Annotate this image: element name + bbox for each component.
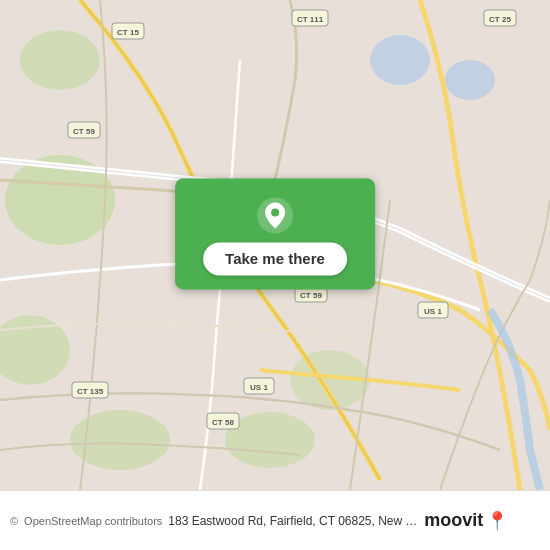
svg-point-5 bbox=[370, 35, 430, 85]
map-container[interactable]: CT 111 CT 15 CT 25 CT 59 CT 59 US 1 US 1… bbox=[0, 0, 550, 490]
svg-text:CT 111: CT 111 bbox=[297, 15, 324, 24]
bottom-bar: © OpenStreetMap contributors 183 Eastwoo… bbox=[0, 490, 550, 550]
popup-overlay: Take me there bbox=[175, 178, 375, 289]
svg-text:CT 135: CT 135 bbox=[77, 387, 104, 396]
svg-point-7 bbox=[20, 30, 100, 90]
svg-text:CT 15: CT 15 bbox=[117, 28, 139, 37]
copyright-icon: © bbox=[10, 515, 18, 527]
moovit-pin-emoji: 📍 bbox=[486, 510, 508, 532]
svg-text:CT 58: CT 58 bbox=[212, 418, 234, 427]
svg-text:US 1: US 1 bbox=[250, 383, 268, 392]
take-me-there-button[interactable]: Take me there bbox=[203, 242, 347, 275]
svg-point-6 bbox=[445, 60, 495, 100]
moovit-logo: moovit📍 bbox=[424, 510, 508, 532]
location-pin-icon bbox=[256, 196, 294, 234]
green-box: Take me there bbox=[175, 178, 375, 289]
copyright-text: OpenStreetMap contributors bbox=[24, 515, 162, 527]
address-text: 183 Eastwood Rd, Fairfield, CT 06825, Ne… bbox=[168, 514, 418, 528]
svg-text:CT 25: CT 25 bbox=[489, 15, 511, 24]
svg-text:CT 59: CT 59 bbox=[300, 291, 322, 300]
moovit-text: moovit bbox=[424, 510, 483, 531]
svg-text:US 1: US 1 bbox=[424, 307, 442, 316]
svg-point-28 bbox=[271, 208, 279, 216]
svg-text:CT 59: CT 59 bbox=[73, 127, 95, 136]
